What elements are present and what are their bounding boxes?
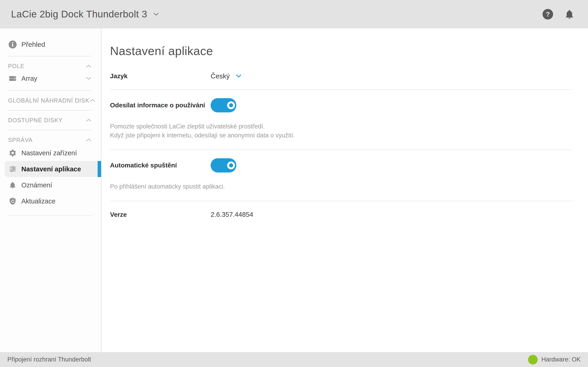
- help-icon: ?: [543, 9, 553, 19]
- sidebar-divider: [8, 130, 92, 130]
- autostart-toggle[interactable]: [211, 158, 236, 173]
- hardware-status-dot: [528, 355, 538, 365]
- drive-array-icon: [8, 74, 17, 83]
- sidebar-item-app-settings[interactable]: Nastavení aplikace: [5, 161, 101, 177]
- usage-info-help: Pomozte společnosti LaCie zlepšit uživat…: [110, 122, 572, 140]
- help-glyph: ?: [546, 11, 550, 18]
- chevron-down-icon: [86, 76, 92, 81]
- toggle-knob: [227, 161, 235, 169]
- section-label: GLOBÁLNÍ NÁHRADNÍ DISK: [8, 97, 89, 104]
- toggle-knob: [227, 101, 235, 109]
- sidebar-section-global-spare[interactable]: GLOBÁLNÍ NÁHRADNÍ DISK: [5, 95, 101, 106]
- sliders-icon: [8, 165, 17, 173]
- sidebar-item-overview[interactable]: Přehled: [5, 38, 101, 51]
- usage-info-toggle[interactable]: [211, 98, 236, 112]
- sidebar: Přehled POLE Array: [0, 28, 102, 352]
- device-title: LaCie 2big Dock Thunderbolt 3: [11, 9, 147, 20]
- hardware-status: Hardware: OK: [541, 356, 581, 363]
- section-label: DOSTUPNÉ DISKY: [8, 117, 63, 124]
- sidebar-item-notifications[interactable]: Oznámení: [5, 177, 101, 193]
- help-button[interactable]: ?: [542, 8, 553, 20]
- sidebar-item-label: Přehled: [21, 41, 45, 48]
- sidebar-divider: [8, 56, 92, 56]
- usage-info-row: Odesílat informace o používání Pomozte s…: [110, 90, 572, 150]
- chevron-down-icon: [153, 12, 159, 16]
- sidebar-item-array[interactable]: Array: [5, 71, 101, 86]
- connection-status: Připojení rozhraní Thunderbolt: [7, 356, 91, 363]
- sidebar-divider: [8, 215, 92, 216]
- version-value: 2.6.357.44854: [211, 211, 253, 218]
- sidebar-item-label: Oznámení: [21, 181, 52, 189]
- main-content: Nastavení aplikace Jazyk Český Odesílat …: [102, 28, 588, 352]
- device-selector[interactable]: LaCie 2big Dock Thunderbolt 3: [11, 9, 159, 20]
- autostart-row: Automatické spuštění Po přihlášení autom…: [110, 150, 572, 201]
- status-bar: Připojení rozhraní Thunderbolt Hardware:…: [0, 352, 588, 367]
- bell-icon: [564, 9, 575, 19]
- sidebar-item-updates[interactable]: Aktualizace: [5, 193, 101, 209]
- sidebar-divider: [8, 90, 92, 91]
- chevron-up-icon: [86, 118, 92, 122]
- autostart-help: Po přihlášení automaticky spustit aplika…: [110, 182, 572, 191]
- chevron-down-icon: [235, 74, 242, 78]
- sidebar-divider: [8, 110, 92, 110]
- language-row: Jazyk Český: [110, 63, 572, 90]
- section-label: SPRÁVA: [8, 137, 33, 143]
- language-dropdown[interactable]: Český: [211, 72, 242, 80]
- chevron-up-icon: [86, 64, 92, 68]
- language-value: Český: [211, 72, 230, 80]
- language-label: Jazyk: [110, 73, 211, 80]
- chevron-up-icon: [86, 138, 92, 142]
- sidebar-section-management[interactable]: SPRÁVA: [5, 135, 101, 145]
- autostart-label: Automatické spuštění: [110, 162, 211, 169]
- page-title: Nastavení aplikace: [110, 44, 572, 58]
- section-label: POLE: [8, 63, 25, 69]
- app-header: LaCie 2big Dock Thunderbolt 3 ?: [0, 0, 588, 28]
- sidebar-item-label: Aktualizace: [21, 198, 55, 205]
- sidebar-item-label: Nastavení zařízení: [21, 149, 77, 157]
- version-row: Verze 2.6.357.44854: [110, 201, 572, 228]
- usage-info-label: Odesílat informace o používání: [110, 102, 211, 109]
- info-icon: [8, 40, 17, 49]
- sidebar-item-label: Array: [21, 75, 37, 82]
- shield-update-icon: [8, 197, 17, 205]
- notifications-button[interactable]: [564, 8, 575, 20]
- sidebar-item-label: Nastavení aplikace: [21, 165, 81, 173]
- bell-icon: [8, 181, 17, 189]
- sidebar-section-available-disks[interactable]: DOSTUPNÉ DISKY: [5, 115, 101, 125]
- sidebar-section-pole[interactable]: POLE: [5, 61, 101, 71]
- version-label: Verze: [110, 211, 211, 218]
- sidebar-item-device-settings[interactable]: Nastavení zařízení: [5, 145, 101, 161]
- chevron-up-icon: [89, 98, 96, 102]
- gear-icon: [8, 149, 17, 157]
